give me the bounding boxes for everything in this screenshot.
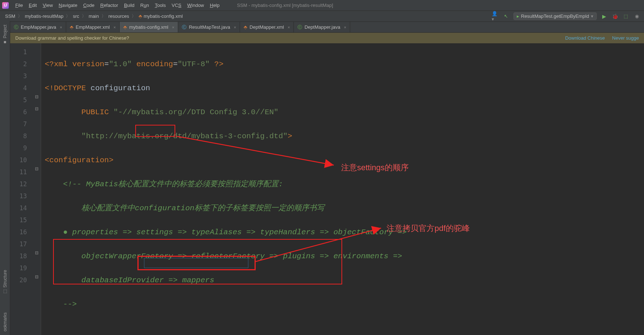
line-number: 14 bbox=[10, 202, 41, 214]
line-number: 17 bbox=[10, 238, 41, 250]
chevron-right-icon: 〉 bbox=[132, 13, 136, 19]
line-number: 2 bbox=[10, 58, 41, 70]
editor-tabs: ⒸEmpMapper.java× ⬘EmpMapper.xml× ⬘mybati… bbox=[10, 22, 644, 33]
run-button[interactable]: ▶ bbox=[600, 13, 608, 20]
project-tool-button[interactable]: ■Project bbox=[3, 25, 8, 45]
fold-toggle-icon[interactable]: ⊟ bbox=[35, 94, 39, 99]
close-icon[interactable]: × bbox=[234, 25, 236, 29]
line-number: 4 bbox=[10, 82, 41, 94]
tab-deptmapper-xml[interactable]: ⬘DeptMapper.xml× bbox=[240, 22, 294, 32]
breadcrumb-item[interactable]: src bbox=[71, 13, 80, 20]
fold-toggle-icon[interactable]: ⊟ bbox=[35, 274, 39, 279]
coverage-button[interactable]: ⬚ bbox=[622, 13, 629, 20]
gutter: 1 2 3 4 5 6 7 8 9 10 11 12 13 14 15 16 1… bbox=[10, 43, 41, 335]
breadcrumbs: SSM〉 mybatis-resultMap〉 src〉 main〉 resou… bbox=[4, 13, 184, 20]
fold-toggle-icon[interactable]: ⊟ bbox=[35, 106, 39, 111]
fold-toggle-icon[interactable]: ⊟ bbox=[35, 166, 39, 171]
close-icon[interactable]: × bbox=[288, 25, 290, 29]
never-suggest-link[interactable]: Never sugge bbox=[612, 35, 639, 41]
tab-mybatis-config-xml[interactable]: ⬘mybatis-config.xml× bbox=[120, 22, 178, 32]
run-configuration-dropdown[interactable]: ▸ ResultMapTest.getEmpByEmpId ▾ bbox=[513, 12, 597, 20]
window-title: SSM - mybatis-config.xml [mybatis-result… bbox=[237, 3, 333, 8]
code-content[interactable]: <?xml version="1.0" encoding="UTF-8" ?> … bbox=[41, 43, 644, 335]
tab-deptmapper-java[interactable]: ⒸDeptMapper.java× bbox=[294, 22, 350, 32]
debug-button[interactable]: 🐞 bbox=[611, 13, 619, 20]
close-icon[interactable]: × bbox=[172, 25, 174, 29]
chevron-right-icon: 〉 bbox=[66, 13, 70, 19]
breadcrumb-item[interactable]: SSM bbox=[4, 13, 17, 20]
chevron-right-icon: 〉 bbox=[101, 13, 106, 19]
line-number: 3 bbox=[10, 70, 41, 82]
menu-file[interactable]: File bbox=[12, 1, 26, 9]
download-chinese-link[interactable]: Download Chinese bbox=[565, 35, 605, 41]
menu-edit[interactable]: Edit bbox=[26, 1, 40, 9]
left-toolwindow-strip: ■Project ⬚Structure ookmarks bbox=[0, 21, 10, 335]
notification-bar: Download grammar and spelling checker fo… bbox=[10, 33, 644, 43]
line-number: 7 bbox=[10, 118, 41, 130]
breadcrumb-item[interactable]: resources bbox=[107, 13, 131, 20]
chevron-right-icon: 〉 bbox=[82, 13, 86, 19]
line-number: 1 bbox=[10, 46, 41, 58]
menu-refactor[interactable]: Refactor bbox=[97, 1, 121, 9]
menu-view[interactable]: View bbox=[40, 1, 56, 9]
chevron-right-icon: 〉 bbox=[18, 13, 22, 19]
menu-tools[interactable]: Tools bbox=[152, 1, 169, 9]
breadcrumb-item[interactable]: main bbox=[87, 13, 100, 20]
editor[interactable]: 1 2 3 4 5 6 7 8 9 10 11 12 13 14 15 16 1… bbox=[10, 43, 644, 335]
notification-message: Download grammar and spelling checker fo… bbox=[15, 35, 129, 41]
line-number: 9 bbox=[10, 142, 41, 154]
tab-empmapper-java[interactable]: ⒸEmpMapper.java× bbox=[10, 22, 66, 32]
menu-navigate[interactable]: Navigate bbox=[56, 1, 80, 9]
close-icon[interactable]: × bbox=[344, 25, 346, 29]
line-number: 16 bbox=[10, 226, 41, 238]
line-number: 12 bbox=[10, 178, 41, 190]
navbar: SSM〉 mybatis-resultMap〉 src〉 main〉 resou… bbox=[0, 11, 644, 22]
menu-help[interactable]: Help bbox=[207, 1, 223, 9]
line-number: 10 bbox=[10, 154, 41, 166]
close-icon[interactable]: × bbox=[60, 25, 62, 29]
close-icon[interactable]: × bbox=[113, 25, 116, 29]
back-icon[interactable]: ↖ bbox=[503, 13, 510, 20]
user-icon[interactable]: 👤▾ bbox=[492, 13, 499, 20]
structure-tool-button[interactable]: ⬚Structure bbox=[3, 270, 8, 294]
menu-run[interactable]: Run bbox=[137, 1, 152, 9]
line-number: 15 bbox=[10, 214, 41, 226]
breadcrumb-item[interactable]: ⬘ mybatis-config.xml bbox=[137, 13, 184, 20]
line-number: 19 bbox=[10, 262, 41, 274]
menu-vcs[interactable]: VCS bbox=[169, 1, 184, 9]
app-icon: IJ bbox=[2, 2, 9, 9]
bookmarks-tool-button[interactable]: ookmarks bbox=[3, 312, 8, 331]
menu-code[interactable]: Code bbox=[80, 1, 97, 9]
run-config-label: ResultMapTest.getEmpByEmpId bbox=[521, 13, 589, 19]
menu-window[interactable]: Window bbox=[184, 1, 207, 9]
tab-empmapper-xml[interactable]: ⬘EmpMapper.xml× bbox=[66, 22, 120, 32]
line-number: 8 bbox=[10, 130, 41, 142]
tab-resultmaptest-java[interactable]: ⒸResultMapTest.java× bbox=[178, 22, 240, 32]
profile-button[interactable]: ◉ bbox=[633, 13, 640, 20]
fold-toggle-icon[interactable]: ⊟ bbox=[35, 250, 39, 255]
navbar-right: 👤▾ ↖ ▸ ResultMapTest.getEmpByEmpId ▾ ▶ 🐞… bbox=[492, 12, 640, 20]
menubar: IJ File Edit View Navigate Code Refactor… bbox=[0, 0, 644, 11]
menu-build[interactable]: Build bbox=[121, 1, 137, 9]
line-number: 13 bbox=[10, 190, 41, 202]
breadcrumb-item[interactable]: mybatis-resultMap bbox=[23, 13, 65, 20]
